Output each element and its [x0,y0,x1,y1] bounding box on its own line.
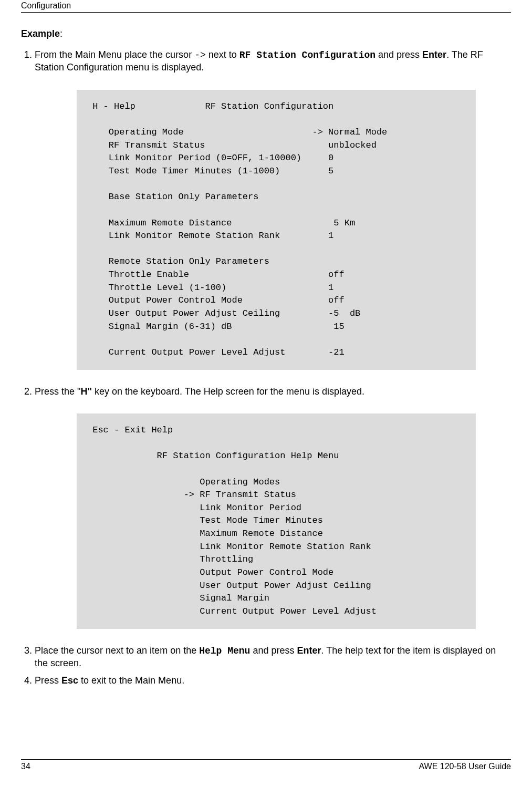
step1-bold: Enter [422,49,446,60]
step3-text-pre: Place the cursor next to an item on the [35,645,199,656]
step-4: Press Esc to exit to the Main Menu. [35,675,511,687]
step3-code: Help Menu [199,646,250,656]
step-2: Press the "H" key on the keyboard. The H… [35,386,511,629]
code-block-1: H - Help RF Station Configuration Operat… [77,90,476,370]
step4-bold: Esc [61,675,78,686]
page-number: 34 [21,762,30,771]
guide-name: AWE 120-58 User Guide [419,762,511,771]
step3-text-mid: and press [250,645,297,656]
step3-bold: Enter [297,645,321,656]
step1-text-pre: From the Main Menu place the cursor [35,49,194,60]
step-3: Place the cursor next to an item on the … [35,645,511,670]
step1-code: RF Station Configuration [239,50,375,60]
step-1: From the Main Menu place the cursor -> n… [35,49,511,370]
step2-text-post: key on the keyboard. The Help screen for… [92,386,364,397]
step1-text-mid: next to [206,49,239,60]
step1-text-mid2: and press [375,49,422,60]
page-footer: 34 AWE 120-58 User Guide [21,759,511,771]
step2-text-pre: Press the " [35,386,80,397]
header-text: Configuration [21,1,71,10]
page-header: Configuration [21,0,511,13]
code-block-2: Esc - Exit Help RF Station Configuration… [77,413,476,629]
step2-bold: H" [80,386,92,397]
example-label-line: Example: [21,28,511,39]
step4-text-pre: Press [35,675,61,686]
step1-arrow: -> [194,50,206,60]
example-label: Example [21,28,60,39]
step4-text-post: to exit to the Main Menu. [78,675,184,686]
